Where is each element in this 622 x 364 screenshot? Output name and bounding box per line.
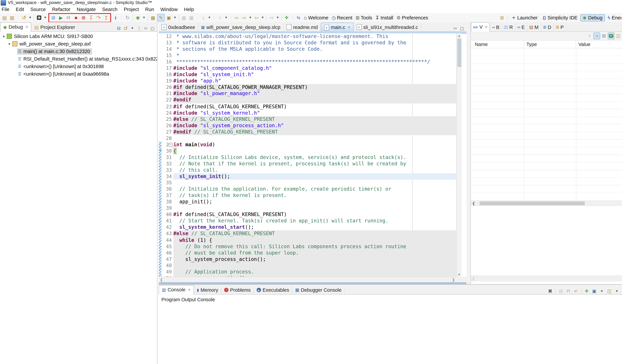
disconnect-icon[interactable]: ⊗	[80, 14, 87, 21]
show-type-names-icon[interactable]: ✗	[587, 33, 593, 39]
capture-icon[interactable]: ◉	[36, 14, 42, 21]
prev-annotation-icon[interactable]: ⇦	[233, 14, 240, 21]
tree-item[interactable]: ▾wifi_power_save_deep_sleep.axf	[0, 40, 157, 48]
code-editor[interactable]: ➜ − 12 * www.silabs.com/about-us/legal/m…	[159, 33, 456, 277]
scroll-up-icon[interactable]: ▲	[457, 33, 462, 38]
perspective-energy-profiler[interactable]: ϟEnergy Profiler	[605, 14, 621, 21]
code-line[interactable]: 27#endif // SL_CATALOG_KERNEL_PRESENT	[159, 129, 456, 135]
code-line[interactable]: 50 app_process_action();	[159, 275, 456, 277]
pin-console-icon[interactable]: ✜	[583, 288, 590, 294]
column-header-value[interactable]: Value	[576, 40, 622, 48]
console-tab-problems[interactable]: !Problems	[221, 286, 254, 294]
capture-dropdown[interactable]: ▾	[43, 14, 47, 21]
view-tab-v[interactable]: (x)=V✕	[471, 22, 490, 32]
close-icon[interactable]: ✕	[25, 25, 28, 29]
update-icon[interactable]: ↑	[216, 14, 223, 21]
menu-refactor[interactable]: Refactor	[49, 6, 74, 12]
open-project-icon[interactable]: ▤	[1, 14, 8, 21]
editor-tab-main-c[interactable]: cmain.c✕	[321, 23, 354, 32]
code-line[interactable]: 32 // Note that if the kernel is present…	[159, 161, 456, 167]
code-line[interactable]: 37 // task(s) if the kernel is present.	[159, 192, 456, 199]
scroll-right-icon[interactable]: ❯	[451, 277, 456, 282]
show-logical-structure-icon[interactable]: ⇒	[593, 33, 600, 39]
code-line[interactable]: 14 * sections of the MSLA applicable to …	[159, 46, 456, 52]
resume-icon[interactable]: ▶	[58, 14, 64, 21]
instruction-stepping-icon[interactable]: i	[112, 14, 119, 21]
code-line[interactable]: 26#include "sl_system_process_action.h"	[159, 122, 456, 129]
expander-icon[interactable]: ▾	[1, 34, 6, 38]
relaunch-icon[interactable]: ↺	[123, 25, 129, 32]
column-header-type[interactable]: Type	[524, 40, 576, 48]
code-line[interactable]: 22#endif	[159, 97, 456, 103]
perspective-launcher[interactable]: ✦Launcher	[509, 14, 540, 21]
tree-item[interactable]: ▾Silicon Labs ARM MCU: SI917-SB00	[0, 33, 157, 40]
code-line[interactable]: 21#include "sl_power_manager.h"	[159, 91, 456, 97]
code-line[interactable]: 23#if defined(SL_CATALOG_KERNEL_PRESENT)	[159, 103, 456, 109]
expander-icon[interactable]: ▾	[7, 42, 12, 46]
code-line[interactable]: 19#include "app.h"	[159, 78, 456, 84]
open-resource-icon[interactable]: ▦	[150, 14, 156, 21]
view-tab-d[interactable]: ≣D	[541, 23, 554, 31]
console-tab-debugger-console[interactable]: ▦Debugger Console	[292, 286, 345, 294]
forward-history-icon[interactable]: ⇨	[268, 14, 275, 21]
code-line[interactable]: 12 * www.silabs.com/about-us/legal/maste…	[159, 33, 456, 40]
variables-lower-scrollbar[interactable]: ❮	[471, 275, 622, 281]
build-dropdown[interactable]: ▾	[208, 14, 212, 21]
code-line[interactable]: 36 // Initialize the application. For ex…	[159, 186, 456, 192]
editor-tab-0xdeadbeee[interactable]: c0xdeadbeee	[159, 23, 198, 31]
view-tab-b[interactable]: ●●B	[490, 23, 502, 31]
editor-tab-sli-si91x-multithreaded-c[interactable]: csli_si91x_multithreaded.c	[354, 23, 421, 31]
save-icon[interactable]: ▦	[180, 14, 187, 21]
menu-navigate[interactable]: Navigate	[74, 6, 99, 12]
variables-horizontal-scrollbar[interactable]: ❮	[471, 201, 622, 206]
editor-vertical-scrollbar[interactable]: ▲ ▼	[456, 33, 462, 277]
code-line[interactable]: 24#include "sl_system_kernel.h"	[159, 109, 456, 116]
code-line[interactable]: 17#include "sl_component_catalog.h"	[159, 65, 456, 72]
scroll-lock-icon[interactable]: ⊓	[565, 288, 572, 294]
perspective-debug[interactable]: ◉Debug	[580, 14, 605, 21]
maximize-icon[interactable]: ▢	[459, 25, 465, 32]
display-console-dropdown[interactable]: ▾	[599, 288, 605, 294]
new-view-icon[interactable]: ◫	[615, 33, 621, 39]
view-tab-m[interactable]: ▤M	[527, 23, 541, 31]
import-project-icon[interactable]: ▥	[9, 14, 15, 21]
preferences-button[interactable]: ⚙Preferences	[396, 15, 428, 20]
tree-item[interactable]: ☰<unknown>() [Unknown] at 0x301698	[0, 63, 157, 70]
next-annotation-icon[interactable]: ⇨	[241, 14, 248, 21]
editor-tab-wifi-power-save-deep-sleep-slcp[interactable]: ▦wifi_power_save_deep_sleep.slcp	[198, 23, 284, 31]
open-console-dropdown[interactable]: ▾	[614, 288, 620, 294]
welcome-button[interactable]: ⌂Welcome	[304, 15, 329, 20]
tree-item[interactable]: ☰RSI_Default_Reset_Handler() at startup_…	[0, 55, 157, 63]
forward-history-dropdown[interactable]: ▾	[276, 14, 280, 21]
code-line[interactable]: 20#if defined(SL_CATALOG_POWER_MANAGER_P…	[159, 84, 456, 91]
minimize-icon[interactable]: ▭	[452, 25, 458, 32]
menu-run[interactable]: Run	[142, 6, 157, 12]
view-tab-p[interactable]: ⊞P	[554, 23, 566, 31]
code-line[interactable]: 42 sl_system_kernel_start();	[159, 224, 456, 230]
code-line[interactable]: 48	[159, 262, 456, 269]
pause-icon[interactable]: ▮▮	[65, 14, 72, 21]
menu-window[interactable]: Window	[157, 6, 181, 12]
debug-config-icon[interactable]: ◉	[135, 14, 141, 21]
clear-console-icon[interactable]: ▤	[558, 288, 564, 294]
last-edit-location-icon[interactable]: ⇦	[253, 14, 260, 21]
debug-config-dropdown[interactable]: ▾	[142, 14, 146, 21]
code-line[interactable]: 29int main(void)	[159, 141, 456, 148]
code-line[interactable]: 44 while (1) {	[159, 237, 456, 243]
menu-project[interactable]: Project	[121, 6, 142, 12]
scroll-left-icon[interactable]: ❮	[471, 201, 476, 206]
editor-vscroll-thumb[interactable]	[457, 38, 461, 67]
code-line[interactable]: 34 sl_system_init();	[159, 173, 456, 180]
console-tab-console[interactable]: ▥Console✕	[159, 285, 194, 294]
open-console-icon[interactable]: ◫	[606, 288, 612, 294]
code-line[interactable]: 47 sl_system_process_action();	[159, 256, 456, 262]
skip-breakpoints-icon[interactable]: ⊘	[50, 14, 57, 21]
tree-item[interactable]: ☰main() at main.c:30 0x8212320	[0, 48, 157, 55]
code-line[interactable]: 30{	[159, 148, 456, 154]
code-line[interactable]: 16 *************************************…	[159, 59, 456, 65]
code-line[interactable]: 45 // Do not remove this call: Silicon L…	[159, 243, 456, 250]
step-return-icon[interactable]: ↥	[103, 14, 109, 21]
install-button[interactable]: ↧Install	[375, 15, 393, 20]
scroll-down-icon[interactable]: ▼	[457, 272, 462, 277]
collapse-all-icon[interactable]: ⊟	[116, 25, 122, 32]
